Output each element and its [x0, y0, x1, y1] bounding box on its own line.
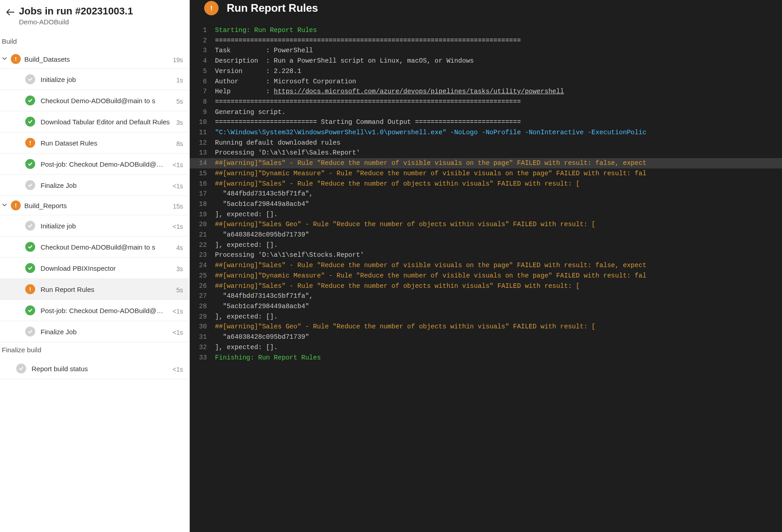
- log-line[interactable]: 1Starting: Run Report Rules: [190, 25, 782, 36]
- line-content: "a64038428c095bd71739": [215, 332, 782, 342]
- step-row[interactable]: Download PBIXInspector3s: [0, 258, 189, 279]
- step-row[interactable]: Finalize Job<1s: [0, 321, 189, 342]
- line-number: 20: [190, 219, 215, 230]
- step-duration: 1s: [176, 77, 183, 84]
- step-row[interactable]: Checkout Demo-ADOBuild@main to s5s: [0, 90, 189, 111]
- log-line[interactable]: 27 "484fbdd73143c5bf71fa",: [190, 291, 782, 301]
- line-number: 21: [190, 230, 215, 240]
- log-line[interactable]: 33Finishing: Run Report Rules: [190, 353, 782, 363]
- log-line[interactable]: 7Help : https://docs.microsoft.com/azure…: [190, 86, 782, 97]
- log-line[interactable]: 26##[warning]"Sales" - Rule "Reduce the …: [190, 281, 782, 291]
- success-icon: [25, 242, 35, 252]
- line-number: 25: [190, 271, 215, 281]
- line-content: Finishing: Run Report Rules: [215, 353, 782, 363]
- line-content: Generating script.: [215, 107, 782, 118]
- line-number: 26: [190, 281, 215, 291]
- line-number: 8: [190, 97, 215, 107]
- log-line[interactable]: 30##[warning]"Sales Geo" - Rule "Reduce …: [190, 322, 782, 332]
- neutral-icon: [16, 364, 26, 373]
- log-line[interactable]: 4Description : Run a PowerShell script o…: [190, 56, 782, 66]
- log-line[interactable]: 14##[warning]"Sales" - Rule "Reduce the …: [190, 158, 782, 168]
- step-label: Initialize job: [41, 76, 171, 83]
- job-row[interactable]: Build_Reports15s: [0, 196, 189, 215]
- log-line[interactable]: 31 "a64038428c095bd71739": [190, 332, 782, 342]
- step-row[interactable]: Initialize job<1s: [0, 215, 189, 236]
- help-link[interactable]: https://docs.microsoft.com/azure/devops/…: [274, 88, 564, 95]
- page-title: Jobs in run #20231003.1: [19, 5, 183, 17]
- log-line[interactable]: 12Running default downloaded rules: [190, 138, 782, 148]
- log-line[interactable]: 16##[warning]"Sales" - Rule "Reduce the …: [190, 179, 782, 189]
- step-row[interactable]: Post-job: Checkout Demo-ADOBuild@main<1s: [0, 154, 189, 175]
- step-duration: 4s: [176, 244, 183, 251]
- line-content: ##[warning]"Sales" - Rule "Reduce the nu…: [215, 281, 782, 291]
- chevron-down-icon[interactable]: [2, 201, 7, 209]
- line-number: 16: [190, 179, 215, 189]
- step-row[interactable]: Initialize job1s: [0, 69, 189, 90]
- log-line[interactable]: 18 "5acb1caf298449a8acb4": [190, 199, 782, 209]
- log-line[interactable]: 8=======================================…: [190, 97, 782, 107]
- log-panel-header: Run Report Rules: [190, 0, 782, 23]
- step-label: Post-job: Checkout Demo-ADOBuild@main: [41, 160, 167, 168]
- log-line[interactable]: 9Generating script.: [190, 107, 782, 118]
- line-number: 29: [190, 312, 215, 322]
- log-line[interactable]: 28 "5acb1caf298449a8acb4": [190, 301, 782, 312]
- sidebar[interactable]: Jobs in run #20231003.1 Demo-ADOBuild Bu…: [0, 0, 190, 532]
- step-row[interactable]: Run Dataset Rules8s: [0, 132, 189, 154]
- log-line[interactable]: 19], expected: [].: [190, 209, 782, 220]
- log-line[interactable]: 10========================== Starting Co…: [190, 117, 782, 127]
- line-number: 10: [190, 117, 215, 127]
- back-arrow-icon[interactable]: [6, 9, 14, 17]
- log-line[interactable]: 3Task : PowerShell: [190, 45, 782, 56]
- step-duration: <1s: [173, 182, 183, 190]
- svg-rect-0: [15, 57, 16, 59]
- step-duration: 5s: [176, 98, 183, 105]
- line-number: 15: [190, 168, 215, 179]
- log-line[interactable]: 29], expected: [].: [190, 312, 782, 322]
- log-line[interactable]: 22], expected: [].: [190, 240, 782, 250]
- warning-icon: [25, 138, 35, 148]
- log-line[interactable]: 2=======================================…: [190, 36, 782, 46]
- step-label: Run Report Rules: [41, 286, 171, 293]
- job-row[interactable]: Build_Datasets19s: [0, 50, 189, 69]
- step-row[interactable]: Checkout Demo-ADOBuild@main to s4s: [0, 236, 189, 258]
- log-line[interactable]: 32], expected: [].: [190, 342, 782, 353]
- line-number: 23: [190, 250, 215, 260]
- log-area[interactable]: 1Starting: Run Report Rules2============…: [190, 23, 782, 532]
- line-content: ##[warning]"Sales Geo" - Rule "Reduce th…: [215, 219, 782, 230]
- success-icon: [25, 117, 35, 127]
- log-line[interactable]: 13Processing 'D:\a\1\self\Sales.Report': [190, 148, 782, 158]
- line-number: 6: [190, 77, 215, 87]
- line-content: Author : Microsoft Corporation: [215, 77, 782, 87]
- line-number: 7: [190, 86, 215, 97]
- log-line[interactable]: 20##[warning]"Sales Geo" - Rule "Reduce …: [190, 219, 782, 230]
- step-row[interactable]: Finalize Job<1s: [0, 175, 189, 196]
- line-content: ========================================…: [215, 97, 782, 107]
- warning-icon: [11, 200, 21, 210]
- step-label: Download Tabular Editor and Default Rule…: [41, 118, 171, 126]
- warning-icon: [204, 1, 219, 15]
- log-line[interactable]: 11"C:\Windows\System32\WindowsPowerShell…: [190, 127, 782, 138]
- log-line[interactable]: 21 "a64038428c095bd71739": [190, 230, 782, 240]
- line-content: "484fbdd73143c5bf71fa",: [215, 291, 782, 301]
- step-row[interactable]: Post-job: Checkout Demo-ADOBuild@main<1s: [0, 300, 189, 321]
- log-line[interactable]: 25##[warning]"Dynamic Measure" - Rule "R…: [190, 271, 782, 281]
- log-line[interactable]: 6Author : Microsoft Corporation: [190, 77, 782, 87]
- line-content: ##[warning]"Dynamic Measure" - Rule "Red…: [215, 168, 782, 179]
- svg-rect-5: [15, 207, 16, 208]
- line-content: ], expected: [].: [215, 312, 782, 322]
- log-line[interactable]: 17 "484fbdd73143c5bf71fa",: [190, 189, 782, 199]
- step-duration: <1s: [173, 161, 183, 168]
- log-line[interactable]: 24##[warning]"Sales" - Rule "Reduce the …: [190, 260, 782, 271]
- step-row[interactable]: Run Report Rules5s: [0, 279, 189, 300]
- job-duration: 15s: [173, 203, 183, 210]
- svg-rect-8: [211, 6, 212, 9]
- step-row[interactable]: Report build status<1s: [0, 358, 189, 379]
- step-row[interactable]: Download Tabular Editor and Default Rule…: [0, 111, 189, 132]
- log-line[interactable]: 15##[warning]"Dynamic Measure" - Rule "R…: [190, 168, 782, 179]
- line-number: 30: [190, 322, 215, 332]
- chevron-down-icon[interactable]: [2, 55, 7, 63]
- log-line[interactable]: 5Version : 2.228.1: [190, 66, 782, 77]
- step-label: Download PBIXInspector: [41, 264, 171, 272]
- success-icon: [25, 159, 35, 169]
- log-line[interactable]: 23Processing 'D:\a\1\self\Stocks.Report': [190, 250, 782, 260]
